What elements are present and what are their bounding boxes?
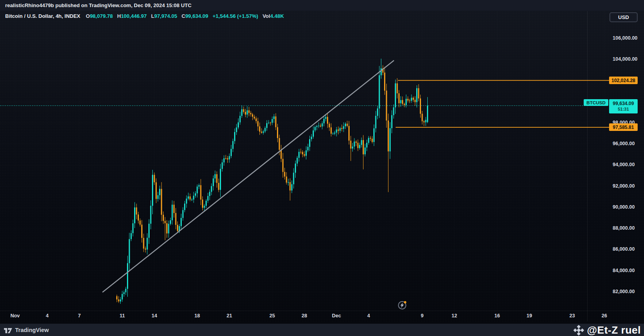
price-tick-label: 92,000.00 (613, 183, 635, 190)
time-tick-label: 16 (494, 313, 500, 319)
symbol-chip: BTCUSD (584, 99, 608, 106)
publish-text: realisticRhino4479b published on Trading… (5, 2, 192, 8)
binance-diamond-icon (573, 324, 585, 336)
time-tick-label: 26 (602, 313, 607, 319)
ohlc-high: H100,446.97 (117, 13, 146, 19)
price-tick-label: 90,000.00 (613, 204, 635, 211)
price-tick-label: 94,000.00 (613, 162, 635, 168)
ohlc-open: O98,079.78 (86, 13, 113, 19)
lightning-icon (400, 303, 404, 308)
grid-lines (0, 11, 604, 311)
tradingview-logo-icon (4, 326, 12, 334)
tradingview-snapshot: realisticRhino4479b published on Trading… (0, 0, 644, 336)
tradingview-brand-label: TradingView (15, 327, 49, 333)
volume-readout: Vol4.48K (263, 13, 284, 19)
price-tick-label: 84,000.00 (613, 268, 635, 274)
price-tick-label: 88,000.00 (613, 225, 635, 232)
trend-line (103, 61, 394, 292)
time-tick-label: 28 (302, 313, 307, 319)
tradingview-brand[interactable]: TradingView (4, 326, 49, 334)
price-tick-label: 104,000.00 (613, 56, 638, 63)
time-tick-label: 7 (78, 313, 81, 319)
current-price-value: 99,634.09 (613, 101, 634, 107)
time-tick-label: 11 (119, 313, 125, 319)
price-change: +1,544.56 (+1.57%) (213, 13, 258, 19)
level-price-badge-upper: 102,024.28 (609, 77, 638, 84)
price-tick-label: 86,000.00 (613, 246, 635, 253)
event-alert-dot (404, 301, 406, 303)
price-tick-label: 96,000.00 (613, 141, 635, 147)
candles-up-layer (120, 59, 428, 304)
chart-legend: Bitcoin / U.S. Dollar, 4h, INDEX O98,079… (5, 13, 288, 19)
time-tick-label: 23 (569, 313, 575, 319)
price-tick-label: 82,000.00 (613, 289, 635, 295)
time-tick-label: 25 (269, 313, 275, 319)
time-tick-label: Dec (332, 313, 341, 319)
bar-countdown: 51:31 (618, 107, 629, 112)
author-watermark-text: @Et-Z ruel (587, 324, 641, 336)
price-tick-label: 106,000.00 (613, 35, 638, 42)
footer-bar: TradingView @Et-Z ruel (0, 323, 644, 336)
time-tick-label: 14 (152, 313, 157, 319)
author-watermark: @Et-Z ruel (573, 324, 641, 336)
time-tick-label: 18 (194, 313, 200, 319)
time-axis[interactable] (0, 311, 644, 321)
time-tick-label: Nov (10, 313, 20, 319)
ohlc-low: L97,974.05 (151, 13, 177, 19)
publish-banner: realisticRhino4479b published on Trading… (0, 0, 644, 11)
time-tick-label: 9 (421, 313, 424, 319)
time-tick-label: 21 (227, 313, 232, 319)
currency-toggle-button[interactable]: USD (609, 12, 638, 22)
time-tick-label: 4 (367, 313, 370, 319)
candles-down-layer (116, 65, 425, 303)
economic-event-icon[interactable] (398, 301, 406, 309)
time-tick-label: 12 (452, 313, 457, 319)
chart-canvas[interactable] (0, 0, 644, 336)
current-price-badge: 99,634.09 51:31 (609, 99, 638, 113)
time-tick-label: 19 (527, 313, 532, 319)
level-price-badge-lower: 97,585.81 (609, 123, 638, 131)
time-tick-label: 4 (46, 313, 49, 319)
symbol-title: Bitcoin / U.S. Dollar, 4h, INDEX (5, 13, 80, 19)
ohlc-close: C99,634.09 (182, 13, 208, 19)
